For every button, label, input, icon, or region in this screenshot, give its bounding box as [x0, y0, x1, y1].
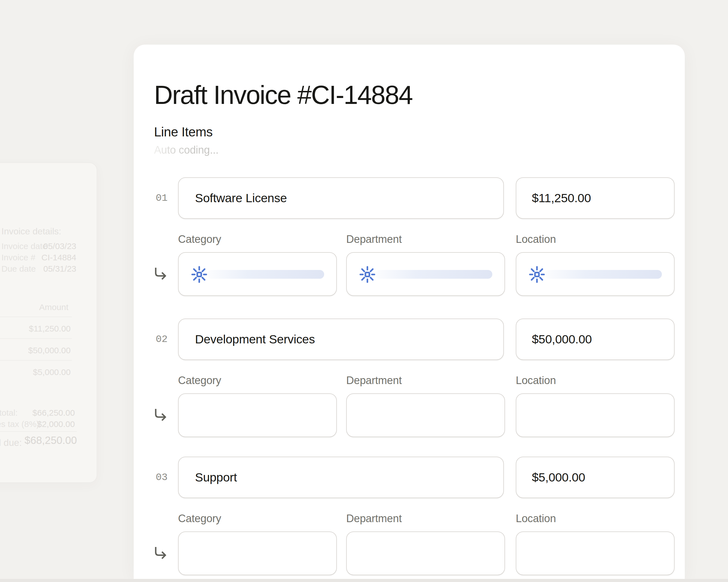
location-label: Location	[516, 233, 556, 245]
preview-amount: $50,000.00	[28, 345, 71, 355]
sales-tax-label: Sales tax (8%):	[0, 419, 42, 429]
description-value: Software License	[195, 191, 287, 205]
amount-column-header: Amount	[39, 302, 69, 312]
ai-sparkle-spinner-icon	[190, 266, 208, 283]
due-date-value: 05/31/23	[43, 264, 76, 274]
invoice-details-heading: Invoice details:	[1, 226, 61, 237]
location-label: Location	[516, 512, 556, 525]
invoice-date-value: 05/03/23	[43, 242, 76, 251]
total-due-label: Total due:	[0, 437, 22, 448]
amount-input[interactable]: $11,250.00	[516, 177, 675, 219]
department-input[interactable]	[346, 252, 505, 296]
category-input[interactable]	[178, 531, 337, 575]
amount-input[interactable]: $50,000.00	[516, 318, 675, 360]
department-label: Department	[346, 233, 402, 245]
page-title: Draft Invoice #CI-14884	[154, 80, 412, 110]
category-input[interactable]	[178, 252, 337, 296]
line-item-number: 02	[151, 334, 167, 345]
line-item-number: 03	[151, 472, 167, 483]
invoice-number-label: Invoice #	[1, 253, 35, 262]
subtotal-label: Subtotal:	[0, 408, 18, 418]
amount-value: $11,250.00	[532, 191, 591, 205]
draft-invoice-card: Draft Invoice #CI-14884 Line Items Auto …	[134, 45, 685, 579]
invoice-number-value: CI-14884	[42, 253, 76, 262]
description-value: Support	[195, 470, 237, 484]
description-input[interactable]: Development Services	[178, 318, 504, 360]
total-due-value: $68,250.00	[25, 435, 77, 446]
auto-coding-status: Auto coding...	[154, 144, 218, 156]
category-label: Category	[178, 375, 221, 387]
category-input[interactable]	[178, 393, 337, 437]
table-rule	[0, 316, 72, 317]
invoice-auto-coding-screen: Invoice details: Invoice date 05/03/23 I…	[0, 0, 728, 582]
location-label: Location	[516, 375, 556, 387]
corner-down-right-arrow-icon	[152, 545, 167, 561]
department-label: Department	[346, 512, 402, 525]
ai-sparkle-spinner-icon	[358, 266, 376, 283]
department-label: Department	[346, 375, 402, 387]
department-input[interactable]	[346, 393, 505, 437]
corner-down-right-arrow-icon	[152, 407, 167, 423]
loading-shimmer-bar	[375, 270, 492, 279]
department-input[interactable]	[346, 531, 505, 575]
ai-sparkle-spinner-icon	[528, 266, 546, 283]
invoice-date-label: Invoice date	[1, 242, 47, 251]
amount-input[interactable]: $5,000.00	[516, 456, 675, 498]
loading-shimmer-bar	[545, 270, 662, 279]
line-items-heading: Line Items	[154, 124, 212, 139]
loading-shimmer-bar	[207, 270, 324, 279]
preview-amount: $5,000.00	[33, 367, 71, 377]
table-rule	[0, 360, 72, 361]
subtotal-value: $66,250.00	[32, 408, 75, 418]
amount-value: $5,000.00	[532, 470, 585, 484]
description-input[interactable]: Support	[178, 456, 504, 498]
preview-amount: $11,250.00	[29, 324, 71, 333]
corner-down-right-arrow-icon	[152, 266, 167, 282]
line-item-number: 01	[151, 193, 167, 204]
line-item-row-02: 02 Development Services $50,000.00 Categ…	[134, 318, 685, 437]
due-date-label: Due date	[1, 264, 36, 274]
description-value: Development Services	[195, 332, 315, 346]
sales-tax-value: $2,000.00	[37, 419, 75, 429]
window-bottom-edge	[0, 579, 728, 582]
line-item-row-01: 01 Software License $11,250.00 Category …	[134, 177, 685, 296]
table-rule	[0, 431, 77, 432]
location-input[interactable]	[516, 252, 675, 296]
invoice-preview-panel: Invoice details: Invoice date 05/03/23 I…	[0, 162, 97, 483]
category-label: Category	[178, 233, 221, 245]
location-input[interactable]	[516, 531, 675, 575]
line-item-row-03: 03 Support $5,000.00 Category Department…	[134, 456, 685, 575]
amount-value: $50,000.00	[532, 332, 592, 346]
description-input[interactable]: Software License	[178, 177, 504, 219]
category-label: Category	[178, 512, 221, 525]
location-input[interactable]	[516, 393, 675, 437]
table-rule	[0, 338, 72, 339]
